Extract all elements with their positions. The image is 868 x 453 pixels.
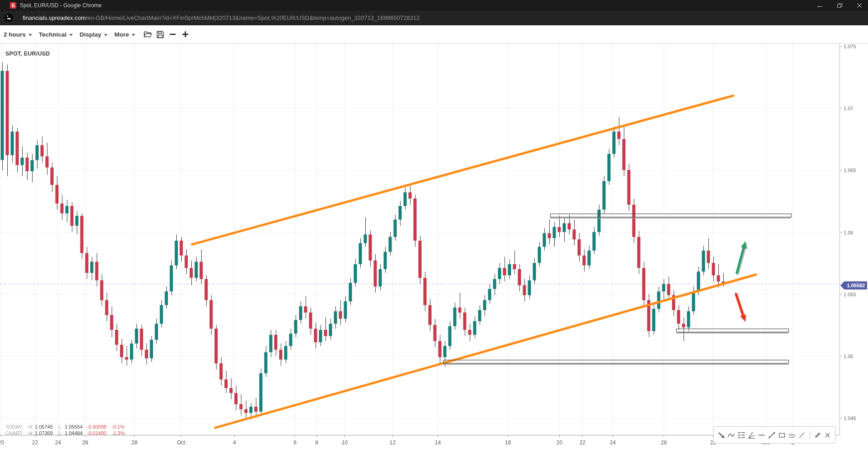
ruler-tool-button[interactable]: [813, 430, 821, 440]
minus-icon: [169, 31, 176, 38]
minimize-button[interactable]: [816, 2, 823, 9]
restore-icon: [837, 3, 843, 9]
text-icon: Abc: [788, 431, 796, 439]
url-domain: financials.spreadex.com: [23, 14, 85, 21]
pointer-icon: [717, 431, 725, 439]
chart-label: CHART:: [5, 430, 24, 436]
more-dropdown[interactable]: More: [114, 25, 135, 43]
close-icon: [857, 3, 862, 8]
fibonacci-grid-icon: [737, 431, 745, 439]
today-high: 1.05745: [35, 424, 53, 430]
toolbar-separator: [810, 431, 810, 439]
ruler-icon: [814, 431, 821, 439]
rectangle-tool-button[interactable]: [778, 430, 786, 440]
site-favicon-icon: [5, 14, 13, 22]
minimize-icon: [817, 3, 822, 8]
drawing-toolbar: Abc: [713, 426, 835, 444]
url-input[interactable]: financials.spreadex.com/en-GB/Home/LiveC…: [23, 14, 420, 21]
fan-lines-icon: [748, 431, 755, 439]
today-stats-row: TODAY: H: 1.05745 L: 1.05554 -0.00098 -0…: [0, 424, 145, 430]
technical-dropdown-label: Technical: [39, 31, 66, 38]
close-x-ic0n: [824, 432, 831, 439]
symbol-label: SPOT, EUR/USD: [5, 51, 50, 57]
low-label: L:: [58, 430, 62, 436]
curve-tool-button[interactable]: [727, 430, 736, 440]
address-bar: financials.spreadex.com/en-GB/Home/LiveC…: [0, 11, 868, 25]
price-chart-canvas[interactable]: [0, 44, 868, 453]
high-label: H:: [28, 424, 33, 430]
open-folder-icon: [143, 31, 152, 38]
svg-text:Abc: Abc: [788, 433, 796, 437]
chevron-down-icon: [104, 34, 108, 36]
window-titlebar: S Spot, EUR/USD - Google Chrome: [0, 0, 868, 11]
horizontal-line-tool-button[interactable]: [757, 430, 766, 440]
trend-line-tool-button[interactable]: [767, 430, 776, 440]
open-chart-button[interactable]: [142, 28, 153, 41]
technical-dropdown[interactable]: Technical: [39, 25, 73, 43]
chart-change: -0.01400: [87, 430, 106, 436]
save-icon: [156, 31, 164, 38]
pointer-tool-button[interactable]: [717, 430, 726, 440]
more-dropdown-label: More: [114, 31, 129, 38]
zoom-in-button[interactable]: [180, 28, 191, 41]
chart-low: 1.04484: [65, 430, 83, 436]
diagonal-line-tool-button[interactable]: [797, 430, 806, 440]
display-dropdown[interactable]: Display: [80, 25, 108, 43]
interval-dropdown-label: 2 hours: [4, 31, 26, 38]
close-button[interactable]: [856, 2, 863, 9]
today-label: TODAY:: [5, 424, 23, 430]
chevron-down-icon: [132, 34, 135, 36]
restore-button[interactable]: [836, 2, 843, 9]
window-title: Spot, EUR/USD - Google Chrome: [20, 2, 102, 9]
zoom-out-button[interactable]: [167, 28, 178, 41]
interval-dropdown[interactable]: 2 hours: [4, 25, 32, 43]
chart-high: 1.07369: [35, 430, 53, 436]
delete-drawing-button[interactable]: [823, 430, 832, 440]
fibonacci-tool-button[interactable]: [737, 430, 746, 440]
display-dropdown-label: Display: [80, 31, 101, 38]
plus-icon: [182, 31, 189, 38]
trend-line-icon: [768, 431, 776, 439]
chart-toolbar: 2 hours Technical Display More: [0, 25, 868, 44]
save-chart-button[interactable]: [155, 28, 165, 41]
chart-change-pct: -1.3%: [112, 430, 125, 436]
today-change: -0.00098: [87, 424, 106, 430]
low-label: L:: [58, 424, 62, 430]
diagonal-line-icon: [798, 431, 806, 439]
high-label: H:: [28, 430, 33, 436]
url-path: /en-GB/Home/LiveChartMain?id=XFinSprMchM…: [85, 14, 420, 21]
curve-icon: [727, 431, 735, 439]
chevron-down-icon: [69, 34, 73, 36]
today-change-pct: -0.1%: [112, 424, 125, 430]
fan-lines-tool-button[interactable]: [747, 430, 756, 440]
price-stats: TODAY: H: 1.05745 L: 1.05554 -0.00098 -0…: [0, 424, 145, 437]
rectangle-icon: [778, 431, 786, 439]
text-tool-button[interactable]: Abc: [788, 430, 796, 440]
today-low: 1.05554: [65, 424, 83, 430]
current-price-badge: 1.05582: [840, 281, 867, 290]
chevron-down-icon: [28, 34, 32, 36]
horizontal-line-icon: [758, 431, 765, 439]
app-icon: S: [10, 2, 16, 9]
chart-stats-row: CHART: H: 1.07369 L: 1.04484 -0.01400 -1…: [0, 430, 145, 437]
